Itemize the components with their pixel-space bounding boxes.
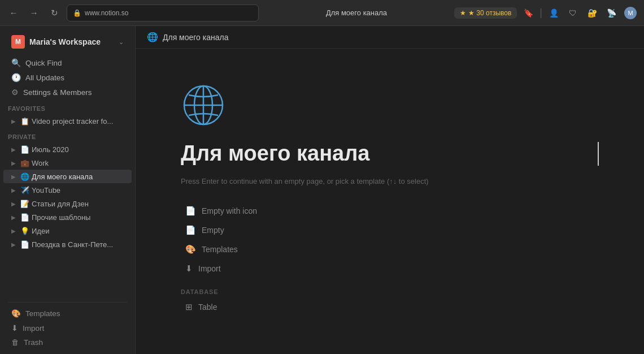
doc-icon: 📄 [185,206,196,216]
option-empty-with-icon[interactable]: 📄 Empty with icon [181,202,262,219]
option-table[interactable]: ⊞ Table [181,299,221,316]
sidebar-item-video-tracker[interactable]: ▶ 📋 Video project tracker fo... [3,114,132,128]
bookmark-button[interactable]: 🔖 [520,5,536,21]
favorites-section-label: FAVORITES [0,100,135,114]
sidebar-item-stati-dzen[interactable]: ▶ 📝 Статьи для Дзен [3,197,132,210]
doc-icon: 📄 [20,240,29,249]
import-option-label: Import [198,264,221,273]
all-updates-label: All Updates [25,74,64,82]
arrow-icon: ▶ [9,172,18,181]
main-content: 🌐 Для моего канала Для моего канала [136,26,644,354]
sidebar-item-july-2020[interactable]: ▶ 📄 Июль 2020 [3,143,132,156]
sidebar-item-youtube[interactable]: ▶ ✈️ YouTube [3,183,132,197]
trash-label: Trash [24,338,43,347]
table-icon: ⊞ [185,302,193,312]
arrow-icon: ▶ [9,158,18,167]
shield-button[interactable]: 🛡 [565,5,581,21]
option-empty[interactable]: 📄 Empty [181,222,229,239]
templates-icon: 🎨 [11,309,21,318]
briefcase-icon: 💼 [20,159,29,167]
sidebar-item-dlya-moego[interactable]: ▶ 🌐 Для моего канала [3,170,132,183]
sidebar-item-import[interactable]: ⬇ Import [3,321,132,335]
sidebar: M Maria's Workspace ⌄ 🔍 Quick Find 🕐 All… [0,26,136,354]
arrow-icon: ▶ [9,199,18,208]
globe-illustration [181,83,226,128]
address-bar[interactable]: 🔒 www.notion.so [67,5,259,21]
reload-button[interactable]: ↻ [46,5,62,21]
note-icon: 📝 [20,200,29,208]
sidebar-item-work[interactable]: ▶ 💼 Work [3,156,132,170]
star-label: ★ 30 отзывов [468,9,511,17]
work-label: Work [32,159,126,167]
arrow-icon: ▶ [9,185,18,195]
plane-icon: ✈️ [20,186,29,195]
back-button[interactable]: ← [6,5,21,21]
forward-button[interactable]: → [26,5,42,21]
dlya-moego-label: Для моего канала [32,172,126,181]
import-icon: ⬇ [11,323,18,333]
sidebar-divider [8,302,127,303]
url-text: www.notion.so [85,9,128,17]
workspace-item[interactable]: M Maria's Workspace ⌄ [3,31,132,53]
page-title-area: Для моего канала [181,141,599,166]
arrow-icon: ▶ [9,116,18,126]
workspace-chevron-icon: ⌄ [119,38,124,46]
star-button[interactable]: ★ ★ 30 отзывов [454,7,517,19]
sidebar-item-quick-find[interactable]: 🔍 Quick Find [3,55,132,70]
page-hint: Press Enter to continue with an empty pa… [181,177,599,185]
globe-icon: 🌐 [20,172,29,181]
option-import[interactable]: ⬇ Import [181,260,225,277]
poezdka-label: Поездка в Санкт-Пете... [32,240,126,249]
clock-icon: 🕐 [11,73,21,82]
page-icon: 📋 [20,117,29,126]
arrow-icon: ▶ [9,145,18,154]
idei-label: Идеи [32,227,126,235]
sidebar-item-all-updates[interactable]: 🕐 All Updates [3,70,132,85]
page-title[interactable]: Для моего канала [181,141,597,166]
quick-find-label: Quick Find [25,59,62,67]
sidebar-item-poezdka[interactable]: ▶ 📄 Поездка в Санкт-Пете... [3,238,132,251]
doc-icon: 📄 [185,225,196,235]
header-globe-icon: 🌐 [147,32,158,42]
browser-actions: ★ ★ 30 отзывов 🔖 | 👤 🛡 🔐 📡 М [454,5,638,21]
app-container: M Maria's Workspace ⌄ 🔍 Quick Find 🕐 All… [0,26,644,354]
sidebar-item-prochie[interactable]: ▶ 📄 Прочие шаблоны [3,210,132,224]
july-2020-label: Июль 2020 [32,145,126,154]
template-options: 📄 Empty with icon 📄 Empty 🎨 Templates ⬇ … [181,202,599,277]
gear-icon: ⚙ [11,88,19,97]
prochie-label: Прочие шаблоны [32,213,126,222]
idea-icon: 💡 [20,227,29,235]
tab-title: Для моего канала [263,8,450,17]
empty-with-icon-label: Empty with icon [202,206,257,215]
doc-icon: 📄 [20,145,29,154]
templates-label: Templates [25,309,60,318]
private-section-label: PRIVATE [0,128,135,143]
star-icon: ★ [460,9,466,17]
youtube-label: YouTube [32,186,126,195]
database-section-label: DATABASE [181,288,599,295]
rss-button[interactable]: 📡 [603,5,619,21]
sidebar-item-templates[interactable]: 🎨 Templates [3,306,132,321]
trash-icon: 🗑 [11,338,19,347]
profile-button[interactable]: 👤 [546,5,562,21]
workspace-icon: M [11,35,25,49]
cursor [598,142,599,166]
page-header: 🌐 Для моего канала [136,26,644,49]
header-title: Для моего канала [163,33,228,42]
doc-icon: 📄 [20,213,29,222]
page-body: Для моего канала Press Enter to continue… [136,49,644,354]
lock-button[interactable]: 🔐 [584,5,600,21]
browser-chrome: ← → ↻ 🔒 www.notion.so Для моего канала ★… [0,0,644,26]
option-templates[interactable]: 🎨 Templates [181,241,242,258]
stati-dzen-label: Статьи для Дзен [32,200,126,208]
divider: | [539,7,542,19]
sidebar-item-settings[interactable]: ⚙ Settings & Members [3,85,132,100]
sidebar-item-idei[interactable]: ▶ 💡 Идеи [3,224,132,238]
workspace-name: Maria's Workspace [29,37,101,46]
table-label: Table [198,303,217,312]
sidebar-item-trash[interactable]: 🗑 Trash [3,335,132,349]
import-label: Import [23,324,44,333]
empty-label: Empty [202,226,224,235]
search-icon: 🔍 [11,58,21,67]
user-button[interactable]: М [623,5,638,21]
